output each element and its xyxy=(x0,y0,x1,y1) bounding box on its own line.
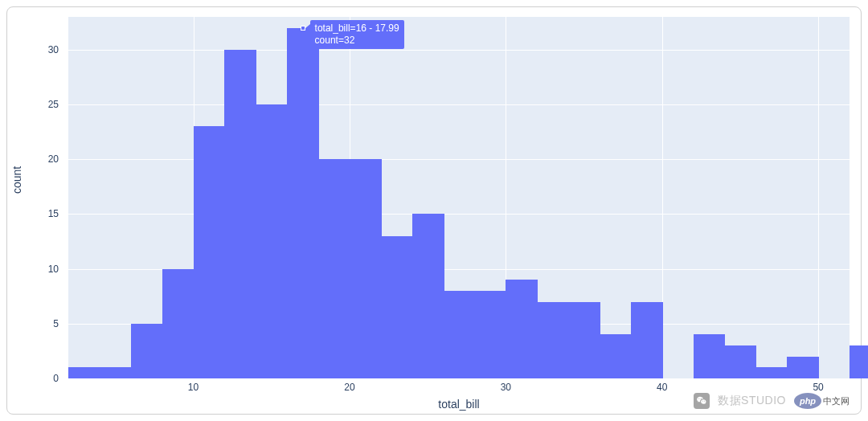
y-axis-title: count xyxy=(10,166,23,194)
x-tick-label: 20 xyxy=(344,382,354,393)
hover-marker xyxy=(301,27,305,30)
wechat-icon xyxy=(694,393,710,409)
histogram-bar[interactable] xyxy=(694,334,726,378)
y-tick-label: 0 xyxy=(10,373,59,384)
histogram-bar[interactable] xyxy=(224,50,256,378)
histogram-bar[interactable] xyxy=(631,302,663,378)
histogram-bar[interactable] xyxy=(194,126,226,378)
watermarks: 数据STUDIO php 中文网 xyxy=(694,393,850,409)
y-tick-label: 15 xyxy=(10,208,59,219)
y-tick-label: 30 xyxy=(10,44,59,55)
watermark-php-cn: 中文网 xyxy=(823,395,850,407)
gridline-y xyxy=(68,50,850,51)
x-tick-label: 10 xyxy=(188,382,199,393)
histogram-bar[interactable] xyxy=(412,214,444,378)
histogram-bar[interactable] xyxy=(537,302,569,378)
y-tick-label: 20 xyxy=(10,153,59,165)
php-logo-icon: php xyxy=(794,393,821,409)
histogram-bar[interactable] xyxy=(600,334,632,378)
y-tick-label: 5 xyxy=(10,318,59,329)
x-tick-label: 40 xyxy=(657,382,667,393)
gridline-y xyxy=(68,378,850,379)
histogram-bar[interactable] xyxy=(68,367,100,378)
plot-container: count total_bill 0510152025301020304050 … xyxy=(6,6,862,415)
histogram-bar[interactable] xyxy=(506,280,538,378)
histogram-bar[interactable] xyxy=(755,367,788,378)
watermark-php: php 中文网 xyxy=(794,393,850,409)
histogram-bar[interactable] xyxy=(850,345,868,378)
histogram-bar[interactable] xyxy=(318,159,350,378)
y-tick-label: 25 xyxy=(10,99,59,110)
y-tick-label: 10 xyxy=(10,264,59,275)
histogram-bar[interactable] xyxy=(787,357,819,378)
x-axis-title: total_bill xyxy=(438,398,479,411)
gridline-y xyxy=(68,104,850,105)
gridline-x xyxy=(818,17,819,378)
histogram-bar[interactable] xyxy=(381,236,413,378)
gridline-y xyxy=(68,159,850,160)
plot-area[interactable] xyxy=(68,17,850,378)
histogram-bar[interactable] xyxy=(724,345,756,378)
histogram-bar[interactable] xyxy=(162,269,194,378)
tooltip-arrow-icon xyxy=(305,24,310,32)
histogram-bar[interactable] xyxy=(287,28,319,378)
histogram-bar[interactable] xyxy=(474,291,506,378)
histogram-bar[interactable] xyxy=(100,367,132,378)
gridline-y xyxy=(68,214,850,215)
histogram-bar[interactable] xyxy=(568,302,600,378)
histogram-bar[interactable] xyxy=(131,324,163,378)
histogram-bar[interactable] xyxy=(256,104,288,378)
histogram-bar[interactable] xyxy=(350,159,382,378)
watermark-studio-text: 数据STUDIO xyxy=(718,394,786,408)
x-tick-label: 50 xyxy=(813,382,823,393)
hover-tooltip: total_bill=16 - 17.99 count=32 xyxy=(310,20,404,49)
histogram-bar[interactable] xyxy=(444,291,476,378)
x-tick-label: 30 xyxy=(501,382,511,393)
